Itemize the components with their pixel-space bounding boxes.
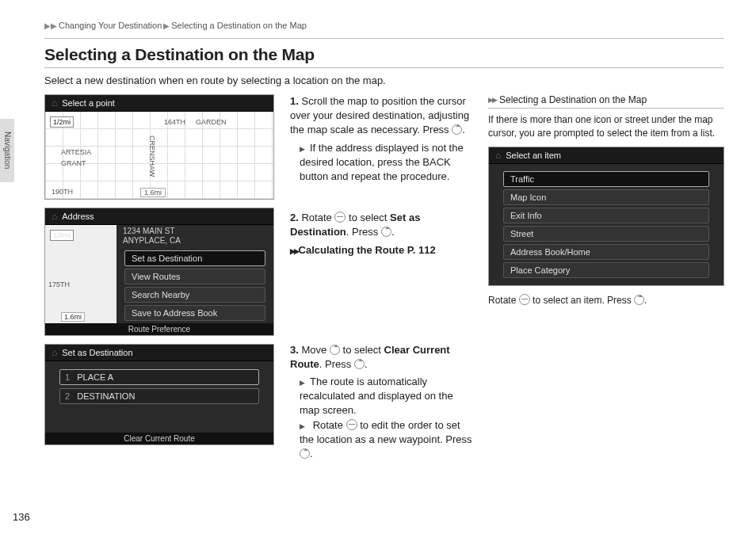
- divider: [44, 67, 724, 68]
- address-line-2: ANYPLACE, CA: [123, 236, 273, 246]
- screenshot-select-point: ⌂ Select a point 1/2mi 164TH GARDEN ARTE…: [44, 94, 274, 200]
- map-distance: 1.6mi: [140, 188, 166, 197]
- section-tab: Navigation: [0, 119, 14, 182]
- select-knob-icon: [354, 359, 365, 369]
- select-knob-icon: [634, 295, 644, 305]
- home-icon: ⌂: [52, 98, 57, 108]
- screenshot-title: Address: [62, 212, 94, 221]
- map-distance: 1.6mi: [61, 312, 85, 322]
- map-street-label: 190TH: [52, 188, 73, 196]
- flag-icon: 1: [65, 372, 70, 382]
- step-3-substep-2: Rotate to edit the order to set the loca…: [300, 418, 472, 462]
- menu-set-as-destination[interactable]: Set as Destination: [124, 250, 265, 266]
- home-icon: ⌂: [52, 348, 57, 357]
- screenshot-title: Select an item: [506, 151, 561, 160]
- menu-save-address-book[interactable]: Save to Address Book: [124, 305, 265, 321]
- item-place-category[interactable]: Place Category: [503, 262, 709, 278]
- breadcrumb-arrow-icon: ▶: [163, 21, 170, 30]
- breadcrumb-level-2: Selecting a Destination on the Map: [171, 21, 307, 30]
- breadcrumb-arrow-icon: ▶▶: [44, 21, 57, 30]
- step-1-substep: If the address displayed is not the desi…: [300, 141, 472, 185]
- destination-row-place-a[interactable]: 1 PLACE A: [59, 369, 259, 385]
- item-address-book[interactable]: Address Book/Home: [503, 244, 709, 260]
- step-text: Move: [301, 344, 326, 356]
- map-street-label: GRANT: [61, 159, 86, 167]
- step-text: Rotate: [301, 212, 331, 223]
- destination-row-destination[interactable]: 2 DESTINATION: [59, 388, 259, 404]
- select-knob-icon: [452, 124, 462, 135]
- map-street-label: GARDEN: [196, 118, 227, 126]
- item-exit-info[interactable]: Exit Info: [503, 208, 709, 223]
- step-text: to select: [349, 212, 387, 223]
- menu-view-routes[interactable]: View Routes: [124, 269, 265, 284]
- map-street-label: ARTESIA: [61, 148, 91, 156]
- row-label: DESTINATION: [77, 391, 135, 401]
- menu-search-nearby[interactable]: Search Nearby: [124, 287, 265, 303]
- sidebar-heading: Selecting a Destination on the Map: [488, 94, 724, 109]
- sidebar-text: If there is more than one icon or street…: [488, 113, 724, 140]
- screenshot-column: ⌂ Select a point 1/2mi 164TH GARDEN ARTE…: [44, 94, 274, 453]
- screenshot-footer: Clear Current Route: [45, 433, 273, 444]
- page-title: Selecting a Destination on the Map: [44, 45, 724, 64]
- select-knob-icon: [381, 227, 391, 237]
- cross-reference: Calculating the Route P. 112: [290, 243, 436, 257]
- breadcrumb-level-1: Changing Your Destination: [59, 21, 162, 30]
- screenshot-title: Select a point: [62, 98, 115, 108]
- map-street-label: 175TH: [48, 280, 70, 288]
- step-text: Scroll the map to position the cursor ov…: [290, 95, 469, 135]
- intro-text: Select a new destination when en route b…: [44, 74, 724, 86]
- select-knob-icon: [300, 448, 310, 459]
- steps-column: 1. Scroll the map to position the cursor…: [290, 94, 472, 471]
- step-2: 2. Rotate to select Set as Destination. …: [290, 211, 472, 257]
- home-icon: ⌂: [495, 151, 501, 160]
- move-knob-icon: [330, 345, 340, 355]
- map-street-label: 164TH: [164, 118, 185, 126]
- map-scale: 1/8mi: [50, 230, 74, 241]
- item-map-icon[interactable]: Map Icon: [503, 189, 709, 205]
- screenshot-title: Set as Destination: [62, 348, 132, 357]
- item-street[interactable]: Street: [503, 226, 709, 242]
- rotate-dial-icon: [519, 294, 530, 305]
- screenshot-footer: Route Preference: [45, 323, 273, 335]
- sidebar-hint: Rotate to select an item. Press .: [488, 294, 724, 307]
- screenshot-set-as-destination: ⌂ Set as Destination 1 PLACE A 2 DESTINA…: [44, 344, 274, 445]
- item-traffic[interactable]: Traffic: [503, 171, 709, 187]
- map-street-label: CRENSHAW: [148, 135, 156, 177]
- screenshot-address: ⌂ Address 1/8mi 175TH 1.6mi 1234 MAIN ST…: [44, 208, 274, 336]
- step-1: 1. Scroll the map to position the cursor…: [290, 94, 472, 184]
- breadcrumb: ▶▶ Changing Your Destination ▶ Selecting…: [44, 21, 724, 30]
- rotate-dial-icon: [346, 419, 357, 430]
- divider: [44, 38, 724, 39]
- step-text: to select: [343, 344, 381, 356]
- screenshot-select-item: ⌂ Select an item Traffic Map Icon Exit I…: [488, 147, 724, 286]
- flag-icon: 2: [65, 391, 70, 401]
- page-number: 136: [13, 511, 30, 523]
- step-3: 3. Move to select Clear Current Route. P…: [290, 343, 472, 462]
- home-icon: ⌂: [52, 212, 57, 221]
- rotate-dial-icon: [334, 212, 346, 223]
- row-label: PLACE A: [77, 372, 113, 382]
- step-3-substep-1: The route is automatically recalculated …: [300, 375, 472, 418]
- sidebar-column: Selecting a Destination on the Map If th…: [488, 94, 724, 313]
- address-line-1: 1234 MAIN ST: [123, 227, 273, 236]
